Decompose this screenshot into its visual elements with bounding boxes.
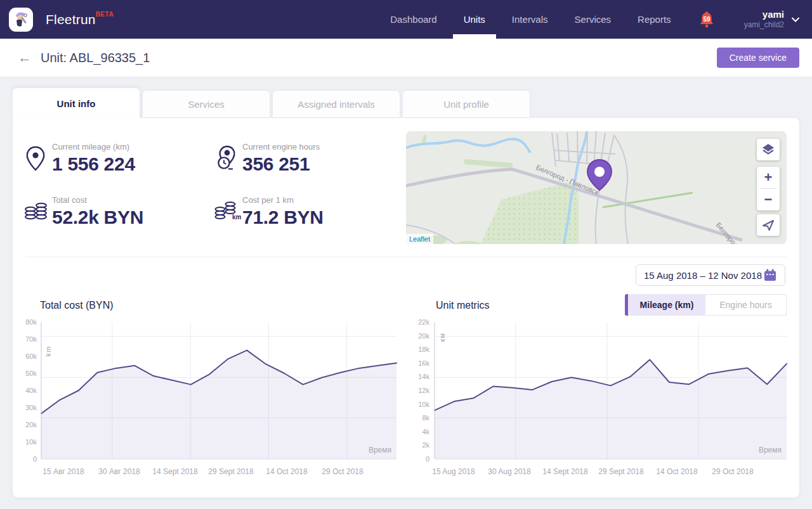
nav-item-reports[interactable]: Reports (624, 0, 684, 39)
locate-button[interactable] (757, 214, 780, 236)
svg-text:14 Oct 2018: 14 Oct 2018 (656, 467, 698, 476)
svg-text:18k: 18k (418, 345, 429, 353)
stat-value: 1 556 224 (52, 153, 135, 175)
stat-label: Current engine hours (242, 142, 320, 151)
unit-metrics-chart-title: Unit metrics (436, 300, 489, 311)
fleetrun-logo[interactable] (9, 8, 33, 32)
navigation-arrow-icon (762, 219, 775, 231)
notification-count: 59 (703, 15, 710, 22)
unit-info-card: Current mileage (km)1 556 224Current eng… (13, 118, 799, 498)
navbar: FleetrunBETA DashboardUnitsIntervalsServ… (0, 0, 812, 39)
stat-current-mileage-km-: Current mileage (km)1 556 224 (23, 142, 135, 176)
svg-text:16k: 16k (418, 359, 429, 367)
date-range-picker[interactable]: 15 Aug 2018 – 12 Nov 2018 (636, 264, 785, 286)
unit-location-map[interactable]: Белгород - Павловск Белгород + − (406, 131, 787, 244)
toggle-mileage-km-[interactable]: Mileage (km) (625, 294, 705, 316)
stat-total-cost: Total cost52.2k BYN (23, 195, 143, 228)
svg-text:км: км (438, 333, 446, 342)
page-title: Unit: ABL_96335_1 (41, 51, 150, 65)
leaflet-attribution[interactable]: Leaflet (406, 234, 433, 244)
toggle-engine-hours[interactable]: Engine hours (705, 294, 787, 316)
svg-text:0: 0 (33, 455, 37, 463)
svg-text:2k: 2k (422, 441, 429, 449)
unit-metrics-chart: 22k20k18k16k14k12k10k8k4k2k015 Aug 20183… (412, 318, 793, 478)
tab-assigned-intervals[interactable]: Assigned intervals (273, 91, 400, 117)
svg-text:14 Sept 2018: 14 Sept 2018 (542, 467, 588, 476)
layers-icon (761, 143, 775, 157)
locate-control (757, 214, 780, 236)
svg-text:60k: 60k (25, 352, 37, 360)
stat-current-engine-hours: Current engine hours356 251 (213, 142, 320, 176)
beta-badge: BETA (96, 11, 114, 18)
minus-icon: − (764, 193, 773, 207)
stat-label: Cost per 1 km (242, 195, 324, 205)
nav-item-services[interactable]: Services (561, 0, 625, 39)
svg-text:Время: Время (759, 446, 782, 454)
svg-text:km: km (232, 214, 241, 221)
svg-text:8k: 8k (422, 414, 429, 422)
svg-text:km: km (44, 346, 52, 357)
svg-text:4k: 4k (422, 428, 429, 435)
svg-text:70k: 70k (25, 335, 37, 343)
svg-text:29 Sept 2018: 29 Sept 2018 (208, 467, 254, 476)
mascot-icon (11, 10, 30, 29)
nav-item-dashboard[interactable]: Dashboard (377, 0, 450, 39)
svg-text:20k: 20k (418, 332, 429, 340)
svg-text:14 Oct 2018: 14 Oct 2018 (266, 467, 308, 476)
user-menu[interactable]: yami yami_child2 (744, 9, 799, 30)
coins-icon (23, 195, 52, 228)
layers-control (757, 139, 780, 160)
tab-services[interactable]: Services (143, 91, 270, 117)
svg-text:30 Aug 2018: 30 Aug 2018 (488, 467, 531, 476)
chevron-down-icon (792, 17, 799, 22)
bell-icon: 59 (698, 10, 715, 29)
stat-value: 356 251 (242, 153, 320, 175)
zoom-control: + − (757, 167, 780, 210)
svg-text:40k: 40k (25, 387, 37, 394)
total-cost-chart: 80k70k60k50k40k30k20k10k015 Авг 201830 А… (23, 318, 410, 478)
tab-unit-info[interactable]: Unit info (13, 88, 140, 119)
nav-item-units[interactable]: Units (450, 0, 499, 39)
layers-button[interactable] (757, 139, 780, 160)
back-arrow-icon[interactable]: ← (18, 51, 32, 65)
brand-title: FleetrunBETA (46, 12, 114, 27)
user-account: yami_child2 (744, 20, 784, 30)
section-divider (25, 257, 787, 257)
zoom-in-button[interactable]: + (757, 167, 780, 188)
zoom-out-button[interactable]: − (757, 189, 780, 210)
unit-header: ← Unit: ABL_96335_1 Create service (0, 39, 812, 77)
svg-text:0: 0 (426, 455, 429, 463)
calendar-icon (763, 268, 777, 282)
nav-item-intervals[interactable]: Intervals (499, 0, 561, 39)
coins-km-icon: km (213, 195, 242, 228)
svg-text:Время: Время (369, 446, 391, 454)
svg-text:12k: 12k (418, 387, 429, 394)
metrics-toggle: Mileage (km)Engine hours (625, 294, 787, 316)
user-name: yami (763, 9, 784, 20)
stat-cost-per-1-km: kmCost per 1 km71.2 BYN (213, 195, 324, 228)
date-range-value: 15 Aug 2018 – 12 Nov 2018 (644, 270, 762, 281)
svg-text:10k: 10k (25, 438, 37, 446)
location-pin-icon (23, 142, 52, 176)
svg-text:29 Sept 2018: 29 Sept 2018 (598, 467, 644, 476)
map-tiles: Белгород - Павловск Белгород (406, 131, 787, 244)
svg-text:80k: 80k (25, 318, 37, 326)
svg-text:50k: 50k (25, 370, 37, 377)
svg-text:14 Sept 2018: 14 Sept 2018 (152, 467, 198, 476)
stat-value: 71.2 BYN (242, 207, 324, 228)
total-cost-chart-title: Total cost (BYN) (40, 300, 114, 311)
notifications-bell[interactable]: 59 (698, 10, 715, 29)
plus-icon: + (764, 171, 773, 184)
tab-unit-profile[interactable]: Unit profile (403, 91, 530, 117)
svg-text:29 Oct 2018: 29 Oct 2018 (712, 467, 754, 476)
stat-value: 52.2k BYN (52, 207, 143, 228)
svg-text:29 Oct 2018: 29 Oct 2018 (322, 467, 363, 476)
svg-text:14k: 14k (418, 373, 429, 380)
svg-text:30k: 30k (25, 404, 37, 411)
svg-text:22k: 22k (418, 318, 429, 326)
svg-text:15 Aug 2018: 15 Aug 2018 (432, 467, 475, 476)
svg-text:20k: 20k (25, 421, 37, 428)
svg-text:30 Авг 2018: 30 Авг 2018 (98, 467, 140, 476)
create-service-button[interactable]: Create service (717, 48, 799, 68)
stat-label: Total cost (52, 195, 143, 205)
